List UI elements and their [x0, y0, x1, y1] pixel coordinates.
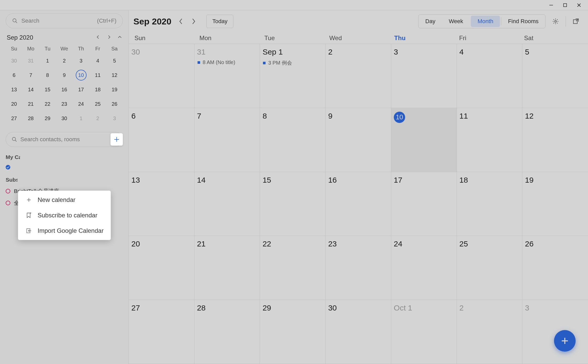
import-icon [25, 228, 32, 234]
add-calendar-popup: New calendar Subscribe to calendar Impor… [18, 191, 111, 240]
plus-icon [25, 197, 32, 203]
modal-overlay[interactable] [0, 0, 588, 364]
plus-icon [114, 136, 120, 143]
popup-subscribe-calendar[interactable]: Subscribe to calendar [18, 208, 111, 223]
popup-import-google-calendar[interactable]: Import Google Calendar [18, 223, 111, 238]
bookmark-plus-icon [25, 212, 32, 218]
add-calendar-button[interactable] [110, 133, 123, 146]
popup-new-calendar[interactable]: New calendar [18, 192, 111, 208]
